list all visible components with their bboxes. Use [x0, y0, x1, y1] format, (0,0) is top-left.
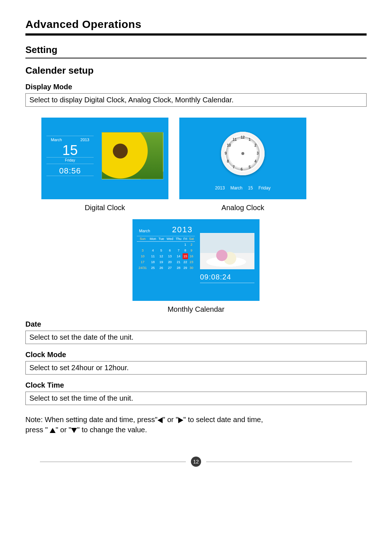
monthly-caption: Monthly Calendar — [132, 305, 260, 314]
monthly-calendar-block: March 2013 SunMonTueWedThuFriSat 1234567… — [132, 219, 260, 314]
digital-dow: Friday — [46, 158, 94, 164]
calendar-cell: 4 — [148, 248, 158, 253]
digital-time: 08:56 — [46, 164, 94, 176]
calendar-cell: 9 — [188, 248, 195, 253]
right-arrow-icon — [178, 417, 183, 423]
calendar-cell: 12 — [158, 253, 165, 259]
calendar-cell: 10 — [137, 253, 148, 259]
calendar-cell: 25 — [148, 265, 158, 271]
display-mode-label: Display Mode — [25, 83, 367, 91]
analog-clock-screen: 121234567891011 2013 March 15 Friday — [179, 118, 306, 199]
clock-number: 3 — [257, 151, 259, 155]
footer: 12 — [25, 457, 367, 467]
calendar-cell: 20 — [165, 259, 175, 265]
calendar-cell — [148, 242, 158, 248]
clock-number: 8 — [227, 159, 229, 163]
calendar-cell: 8 — [183, 248, 188, 253]
digital-year: 2013 — [81, 138, 89, 142]
calendar-dow: Fri — [183, 236, 188, 242]
calendar-cell: 27 — [165, 265, 175, 271]
clock-number: 9 — [225, 151, 227, 155]
calendar-cell — [175, 242, 183, 248]
calendar-grid: SunMonTueWedThuFriSat 123456789101112131… — [137, 236, 195, 271]
calendar-cell: 13 — [165, 253, 175, 259]
analog-month: March — [230, 185, 242, 191]
page-header: Advanced Operations — [25, 18, 367, 30]
calendar-dow: Wed — [165, 236, 175, 242]
calendar-cell — [158, 242, 165, 248]
calendar-cell: 22 — [183, 259, 188, 265]
calendar-cell: 18 — [148, 259, 158, 265]
calendar-cell — [165, 242, 175, 248]
date-desc: Select to set the date of the unit. — [25, 331, 367, 344]
clock-number: 6 — [241, 167, 243, 171]
analog-year: 2013 — [215, 185, 225, 191]
display-mode-desc: Select to display Digital Clock, Analog … — [25, 93, 367, 107]
calendar-dow: Thu — [175, 236, 183, 242]
calendar-cell: 7 — [175, 248, 183, 253]
calendar-cell: 5 — [158, 248, 165, 253]
calendar-cell: 6 — [165, 248, 175, 253]
clock-number: 1 — [249, 138, 251, 142]
calendar-cell: 3 — [137, 248, 148, 253]
down-arrow-icon — [71, 428, 77, 433]
analog-day: 15 — [248, 185, 253, 191]
calendar-dow: Mon — [148, 236, 158, 242]
analog-face: 121234567891011 — [221, 132, 265, 175]
digital-clock-block: March 2013 15 Friday 08:56 Digital Clock — [41, 118, 168, 212]
analog-dow: Friday — [258, 185, 270, 191]
calendar-cell: 14 — [175, 253, 183, 259]
analog-clock-block: 121234567891011 2013 March 15 Friday Ana… — [179, 118, 306, 212]
digital-day: 15 — [46, 143, 94, 157]
clock-number: 11 — [233, 138, 237, 142]
left-arrow-icon — [158, 417, 163, 423]
clock-number: 12 — [241, 135, 245, 139]
calendar-cell: 11 — [148, 253, 158, 259]
calendar-cell: 16 — [188, 253, 195, 259]
header-rule — [25, 33, 367, 36]
digital-caption: Digital Clock — [41, 204, 168, 212]
clock-time-label: Clock Time — [25, 381, 367, 389]
calendar-cell: 24/31 — [137, 265, 148, 271]
page-number: 12 — [191, 457, 201, 467]
date-label: Date — [25, 320, 367, 328]
calendar-dow: Sun — [137, 236, 148, 242]
clock-number: 10 — [227, 143, 231, 147]
sunflower-image — [102, 132, 163, 179]
monthly-time: 09:08:24 — [200, 273, 254, 283]
calendar-cell: 26 — [158, 265, 165, 271]
calendar-cell: 17 — [137, 259, 148, 265]
clock-mode-desc: Select to set 24hour or 12hour. — [25, 361, 367, 375]
calendar-dow: Tue — [158, 236, 165, 242]
clock-number: 4 — [254, 159, 257, 163]
clock-number: 7 — [233, 165, 235, 169]
monthly-month: March — [139, 229, 150, 233]
dessert-image — [200, 233, 254, 269]
section-setting: Setting — [25, 44, 367, 58]
calendar-cell: 15 — [183, 253, 188, 259]
calendar-cell: 1 — [183, 242, 188, 248]
analog-caption: Analog Clock — [179, 204, 306, 212]
calendar-cell: 21 — [175, 259, 183, 265]
calendar-cell — [137, 242, 148, 248]
monthly-year: 2013 — [172, 225, 193, 234]
clock-mode-label: Clock Mode — [25, 351, 367, 359]
calendar-cell: 29 — [183, 265, 188, 271]
calendar-cell: 28 — [175, 265, 183, 271]
up-arrow-icon — [50, 428, 56, 433]
clock-number: 2 — [254, 143, 257, 147]
calendar-cell: 2 — [188, 242, 195, 248]
section-calendar-setup: Calender setup — [25, 65, 367, 76]
digital-clock-screen: March 2013 15 Friday 08:56 — [41, 118, 168, 199]
monthly-calendar-screen: March 2013 SunMonTueWedThuFriSat 1234567… — [132, 219, 260, 301]
calendar-dow: Sat — [188, 236, 195, 242]
clock-time-desc: Select to set the time of the unit. — [25, 392, 367, 405]
clock-number: 5 — [249, 165, 251, 169]
calendar-cell: 30 — [188, 265, 195, 271]
calendar-cell: 19 — [158, 259, 165, 265]
calendar-cell: 23 — [188, 259, 195, 265]
digital-month: March — [51, 138, 62, 142]
note-text: Note: When setting date and time, press"… — [25, 414, 367, 435]
